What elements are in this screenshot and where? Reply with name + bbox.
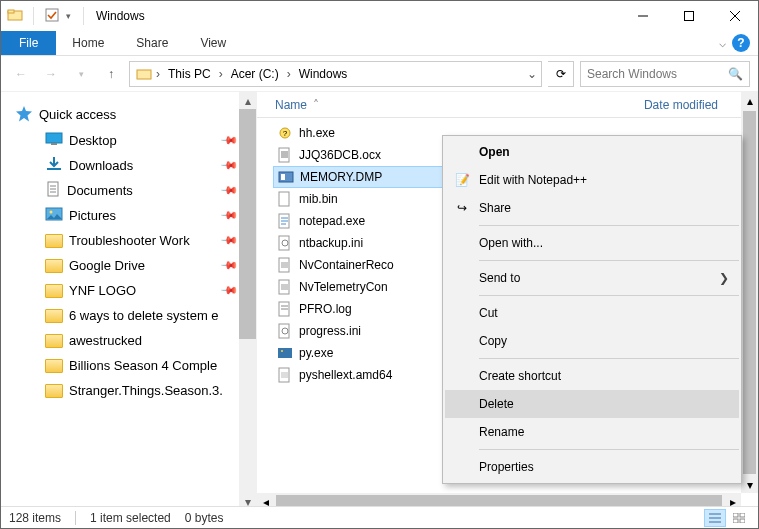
sidebar-item-label: YNF LOGO xyxy=(69,283,136,298)
menu-share[interactable]: ↪Share xyxy=(445,194,739,222)
sidebar-item-label: awestrucked xyxy=(69,333,142,348)
downloads-icon xyxy=(45,156,63,175)
sidebar-item[interactable]: Troubleshooter Work📌 xyxy=(45,228,256,253)
sidebar-item[interactable]: Documents📌 xyxy=(45,178,256,203)
ocx-icon xyxy=(277,147,293,163)
close-button[interactable] xyxy=(712,1,758,31)
scroll-up-icon[interactable]: ▴ xyxy=(239,92,256,109)
forward-button[interactable]: → xyxy=(39,62,63,86)
tab-share[interactable]: Share xyxy=(120,31,184,55)
menu-cut[interactable]: Cut xyxy=(445,299,739,327)
folder-icon xyxy=(45,234,63,248)
star-icon xyxy=(15,105,33,123)
address-box[interactable]: › This PC › Acer (C:) › Windows ⌄ xyxy=(129,61,542,87)
file-name: notepad.exe xyxy=(299,214,365,228)
desktop-icon xyxy=(45,132,63,149)
menu-create-shortcut[interactable]: Create shortcut xyxy=(445,362,739,390)
status-bar: 128 items 1 item selected 0 bytes xyxy=(1,506,758,528)
menu-send-to[interactable]: Send to❯ xyxy=(445,264,739,292)
sidebar-item[interactable]: Desktop📌 xyxy=(45,128,256,153)
properties-quickicon[interactable] xyxy=(44,7,60,26)
view-icons-button[interactable] xyxy=(728,509,750,527)
maximize-button[interactable] xyxy=(666,1,712,31)
svg-rect-2 xyxy=(46,9,58,21)
pin-icon: 📌 xyxy=(219,281,238,300)
submenu-arrow-icon: ❯ xyxy=(719,271,729,285)
tab-home[interactable]: Home xyxy=(56,31,120,55)
sidebar-quick-access[interactable]: Quick access xyxy=(15,100,256,128)
view-details-button[interactable] xyxy=(704,509,726,527)
file-name: MEMORY.DMP xyxy=(300,170,382,184)
sidebar-item-label: Documents xyxy=(67,183,133,198)
vertical-scrollbar[interactable]: ▴▾ xyxy=(741,92,758,493)
menu-delete[interactable]: Delete xyxy=(445,390,739,418)
sidebar-item-label: Pictures xyxy=(69,208,116,223)
sidebar-item[interactable]: awestrucked xyxy=(45,328,256,353)
chevron-right-icon[interactable]: › xyxy=(154,67,162,81)
menu-copy[interactable]: Copy xyxy=(445,327,739,355)
menu-properties[interactable]: Properties xyxy=(445,453,739,481)
bin-icon xyxy=(277,191,293,207)
sidebar-item[interactable]: Google Drive📌 xyxy=(45,253,256,278)
titlebar: ▾ Windows xyxy=(1,1,758,31)
svg-rect-3 xyxy=(685,12,694,21)
minimize-button[interactable] xyxy=(620,1,666,31)
dmp-icon xyxy=(278,169,294,185)
menu-rename[interactable]: Rename xyxy=(445,418,739,446)
svg-rect-4 xyxy=(137,70,151,79)
svg-rect-32 xyxy=(733,513,738,517)
help-button[interactable]: ? xyxy=(732,34,750,52)
address-bar: ← → ▾ ↑ › This PC › Acer (C:) › Windows … xyxy=(1,56,758,92)
svg-rect-7 xyxy=(47,168,61,170)
chevron-right-icon[interactable]: › xyxy=(217,67,225,81)
status-size: 0 bytes xyxy=(185,511,224,525)
documents-icon xyxy=(45,181,61,200)
back-button[interactable]: ← xyxy=(9,62,33,86)
pin-icon: 📌 xyxy=(219,256,238,275)
breadcrumb[interactable]: This PC xyxy=(164,67,215,81)
sidebar-item[interactable]: YNF LOGO📌 xyxy=(45,278,256,303)
search-input[interactable]: Search Windows 🔍 xyxy=(580,61,750,87)
pin-icon: 📌 xyxy=(219,206,238,225)
sidebar-item[interactable]: 6 ways to delete system e xyxy=(45,303,256,328)
menu-open-with[interactable]: Open with... xyxy=(445,229,739,257)
qat-dropdown-icon[interactable]: ▾ xyxy=(64,11,73,21)
share-icon: ↪ xyxy=(453,201,471,215)
drive-icon xyxy=(136,66,152,82)
svg-rect-35 xyxy=(740,519,745,523)
navigation-pane: Quick access Desktop📌Downloads📌Documents… xyxy=(1,92,257,510)
tab-view[interactable]: View xyxy=(184,31,242,55)
breadcrumb[interactable]: Windows xyxy=(295,67,352,81)
sidebar-item[interactable]: Stranger.Things.Season.3. xyxy=(45,378,256,403)
ini-icon xyxy=(277,235,293,251)
ribbon-expand-icon[interactable]: ⌵ xyxy=(719,36,726,50)
sidebar-item-label: Google Drive xyxy=(69,258,145,273)
sidebar-item[interactable]: Billions Season 4 Comple xyxy=(45,353,256,378)
chevron-right-icon[interactable]: › xyxy=(285,67,293,81)
refresh-button[interactable]: ⟳ xyxy=(548,61,574,87)
notepadpp-icon: 📝 xyxy=(453,173,471,187)
sidebar-item-label: Billions Season 4 Comple xyxy=(69,358,217,373)
tab-file[interactable]: File xyxy=(1,31,56,55)
sort-indicator-icon: ˄ xyxy=(313,98,319,112)
column-headers: Name˄ Date modified xyxy=(257,92,758,118)
address-dropdown-icon[interactable]: ⌄ xyxy=(523,67,541,81)
sidebar-item[interactable]: Downloads📌 xyxy=(45,153,256,178)
recent-dropdown[interactable]: ▾ xyxy=(69,62,93,86)
folder-icon xyxy=(45,309,63,323)
pin-icon: 📌 xyxy=(219,156,238,175)
pin-icon: 📌 xyxy=(219,181,238,200)
folder-icon xyxy=(45,334,63,348)
svg-rect-34 xyxy=(733,519,738,523)
svg-rect-24 xyxy=(281,284,288,290)
column-name[interactable]: Name˄ xyxy=(257,98,417,112)
breadcrumb[interactable]: Acer (C:) xyxy=(227,67,283,81)
up-button[interactable]: ↑ xyxy=(99,62,123,86)
menu-open[interactable]: Open xyxy=(445,138,739,166)
file-name: mib.bin xyxy=(299,192,338,206)
file-name: pyshellext.amd64 xyxy=(299,368,392,382)
sidebar-scrollbar[interactable]: ▴ ▾ xyxy=(239,92,256,510)
sidebar-item-label: Downloads xyxy=(69,158,133,173)
menu-edit-notepadpp[interactable]: 📝Edit with Notepad++ xyxy=(445,166,739,194)
sidebar-item[interactable]: Pictures📌 xyxy=(45,203,256,228)
